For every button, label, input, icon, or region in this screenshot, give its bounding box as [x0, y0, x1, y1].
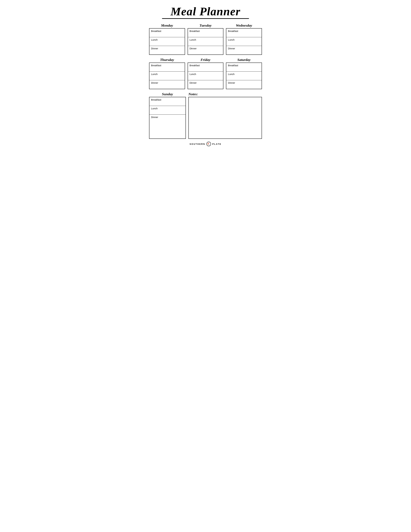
tuesday-breakfast-label: Breakfast [189, 30, 200, 32]
saturday-dinner-slot[interactable]: Dinner [226, 80, 262, 89]
thursday-meal-group: Breakfast Lunch Dinner [149, 63, 185, 89]
tuesday-meal-group: Breakfast Lunch Dinner [188, 28, 224, 55]
saturday-lunch-slot[interactable]: Lunch [226, 72, 262, 80]
monday-lunch-slot[interactable]: Lunch [149, 37, 185, 46]
wednesday-breakfast-slot[interactable]: Breakfast [226, 28, 262, 37]
saturday-breakfast-label: Breakfast [228, 64, 238, 67]
thursday-column: Thursday Breakfast Lunch Dinner [149, 58, 185, 89]
friday-lunch-label: Lunch [189, 73, 196, 76]
tuesday-dinner-slot[interactable]: Dinner [188, 46, 223, 55]
saturday-lunch-label: Lunch [228, 73, 234, 76]
monday-column: Monday Breakfast Lunch Dinner [149, 23, 185, 55]
notes-column: Notes: [188, 92, 262, 139]
meal-planner-page: Meal Planner Monday Breakfast Lunch Dinn… [143, 0, 268, 163]
saturday-dinner-label: Dinner [228, 81, 235, 84]
monday-dinner-slot[interactable]: Dinner [149, 46, 185, 55]
wednesday-breakfast-label: Breakfast [228, 30, 238, 32]
wednesday-label: Wednesday [226, 23, 262, 28]
friday-label: Friday [188, 58, 224, 62]
saturday-column: Saturday Breakfast Lunch Dinner [226, 58, 262, 89]
saturday-label: Saturday [226, 58, 262, 62]
tuesday-dinner-label: Dinner [189, 47, 197, 50]
sunday-lunch-slot[interactable]: Lunch [149, 106, 186, 115]
friday-breakfast-label: Breakfast [189, 64, 200, 67]
footer: SOUTHERN 🐔 PLATE [149, 142, 262, 146]
thursday-dinner-label: Dinner [151, 81, 158, 84]
thursday-breakfast-label: Breakfast [151, 64, 161, 67]
tuesday-label: Tuesday [188, 23, 224, 28]
thursday-breakfast-slot[interactable]: Breakfast [149, 63, 185, 72]
sunday-dinner-slot[interactable]: Dinner [149, 115, 186, 123]
wednesday-lunch-label: Lunch [228, 38, 234, 41]
notes-label: Notes: [188, 92, 262, 96]
friday-column: Friday Breakfast Lunch Dinner [188, 58, 224, 89]
sunday-breakfast-label: Breakfast [151, 98, 161, 101]
page-title: Meal Planner [170, 5, 241, 18]
tuesday-lunch-slot[interactable]: Lunch [188, 37, 223, 46]
friday-dinner-slot[interactable]: Dinner [188, 80, 223, 89]
title-area: Meal Planner [149, 5, 262, 19]
tuesday-column: Tuesday Breakfast Lunch Dinner [188, 23, 224, 55]
sunday-label: Sunday [149, 92, 186, 96]
row-2: Thursday Breakfast Lunch Dinner Friday B… [149, 58, 262, 89]
friday-breakfast-slot[interactable]: Breakfast [188, 63, 223, 72]
friday-meal-group: Breakfast Lunch Dinner [188, 63, 224, 89]
friday-dinner-label: Dinner [189, 81, 197, 84]
saturday-meal-group: Breakfast Lunch Dinner [226, 63, 262, 89]
tuesday-lunch-label: Lunch [189, 38, 196, 41]
thursday-dinner-slot[interactable]: Dinner [149, 80, 185, 89]
row-1: Monday Breakfast Lunch Dinner Tuesday Br… [149, 23, 262, 55]
monday-breakfast-slot[interactable]: Breakfast [149, 28, 185, 37]
title-underline [162, 18, 249, 19]
wednesday-dinner-label: Dinner [228, 47, 235, 50]
sunday-column: Sunday Breakfast Lunch Dinner [149, 92, 186, 139]
row-3: Sunday Breakfast Lunch Dinner Notes: [149, 92, 262, 139]
wednesday-meal-group: Breakfast Lunch Dinner [226, 28, 262, 55]
monday-meal-group: Breakfast Lunch Dinner [149, 28, 185, 55]
brand-icon: 🐔 [206, 142, 211, 146]
sunday-meal-group: Breakfast Lunch Dinner [149, 97, 186, 139]
thursday-lunch-slot[interactable]: Lunch [149, 72, 185, 80]
monday-label: Monday [149, 23, 185, 28]
sunday-dinner-label: Dinner [151, 116, 158, 118]
wednesday-lunch-slot[interactable]: Lunch [226, 37, 262, 46]
wednesday-dinner-slot[interactable]: Dinner [226, 46, 262, 55]
wednesday-column: Wednesday Breakfast Lunch Dinner [226, 23, 262, 55]
notes-box[interactable] [188, 97, 262, 139]
monday-breakfast-label: Breakfast [151, 30, 161, 32]
tuesday-breakfast-slot[interactable]: Breakfast [188, 28, 223, 37]
monday-lunch-label: Lunch [151, 38, 158, 41]
sunday-breakfast-slot[interactable]: Breakfast [149, 97, 186, 106]
saturday-breakfast-slot[interactable]: Breakfast [226, 63, 262, 72]
friday-lunch-slot[interactable]: Lunch [188, 72, 223, 80]
brand-name: SOUTHERN [189, 143, 205, 145]
monday-dinner-label: Dinner [151, 47, 158, 50]
brand-name-2: PLATE [212, 143, 222, 145]
sunday-lunch-label: Lunch [151, 107, 158, 110]
thursday-lunch-label: Lunch [151, 73, 158, 76]
thursday-label: Thursday [149, 58, 185, 62]
